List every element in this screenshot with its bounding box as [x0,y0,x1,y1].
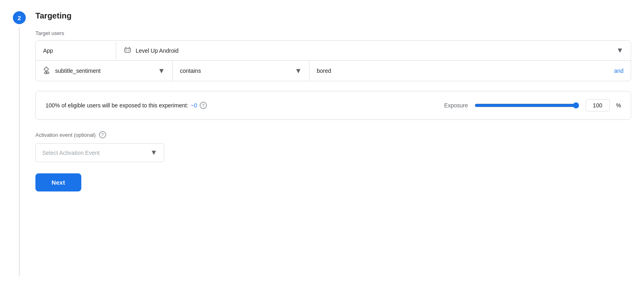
activation-label-text: Activation event (optional) [35,132,96,138]
activation-help-icon[interactable]: ? [99,131,106,138]
android-icon [124,47,132,55]
filter-operator-dropdown-arrow-icon: ▼ [295,67,302,75]
activation-section: Activation event (optional) ? Select Act… [35,131,631,162]
svg-point-4 [45,72,47,74]
app-row: App Level Up Andro [36,41,631,61]
exposure-value-box: 100 [586,99,610,111]
exposure-user-count[interactable]: ~0 [191,102,197,109]
exposure-prefix: 100% of eligible users will be exposed t… [45,102,188,109]
exposure-label: Exposure [444,102,468,109]
step-circle: 2 [13,11,26,24]
activation-event-select[interactable]: Select Activation Event ▼ [35,143,164,162]
app-label-cell: App [36,42,116,60]
step-indicator: 2 [13,10,26,276]
svg-rect-0 [125,48,130,52]
page-container: 2 Targeting Target users App [0,0,644,286]
svg-point-5 [47,72,49,74]
activation-label-row: Activation event (optional) ? [35,131,631,138]
filter-type-cell[interactable]: subtitle_sentiment ▼ [36,61,173,81]
filter-property-text: subtitle_sentiment [55,68,101,74]
filter-row: subtitle_sentiment ▼ contains ▼ bored an… [36,61,631,81]
exposure-value: 100 [593,102,602,109]
percent-label: % [616,102,621,109]
activation-placeholder: Select Activation Event [42,150,99,156]
exposure-text: 100% of eligible users will be exposed t… [45,102,434,109]
filter-type-left: subtitle_sentiment [43,66,154,75]
app-select-cell[interactable]: Level Up Android ▼ [116,41,631,60]
page-title: Targeting [35,10,631,21]
content-area: Targeting Target users App [35,10,631,276]
app-select-left: Level Up Android [124,47,616,55]
audience-icon [43,66,51,75]
exposure-slider[interactable] [475,102,579,109]
filter-value-text: bored [317,68,331,74]
filter-operator-text: contains [180,68,201,74]
filter-property-dropdown-arrow-icon: ▼ [158,67,165,75]
app-dropdown-arrow-icon: ▼ [616,46,623,55]
and-conjunction-button[interactable]: and [614,68,623,74]
filter-value-cell: bored and [310,62,631,80]
exposure-help-icon[interactable]: ? [200,102,207,109]
app-name-text: Level Up Android [136,47,179,54]
activation-dropdown-arrow-icon: ▼ [150,148,157,157]
target-users-box: App Level Up Andro [35,40,631,81]
step-line [19,27,20,276]
svg-rect-3 [44,67,48,71]
target-users-label: Target users [35,30,631,36]
app-label-text: App [43,47,53,54]
exposure-box: 100% of eligible users will be exposed t… [35,91,631,120]
filter-operator-cell[interactable]: contains ▼ [173,61,310,81]
next-button[interactable]: Next [35,173,81,191]
exposure-controls: Exposure 100 % [444,99,621,111]
